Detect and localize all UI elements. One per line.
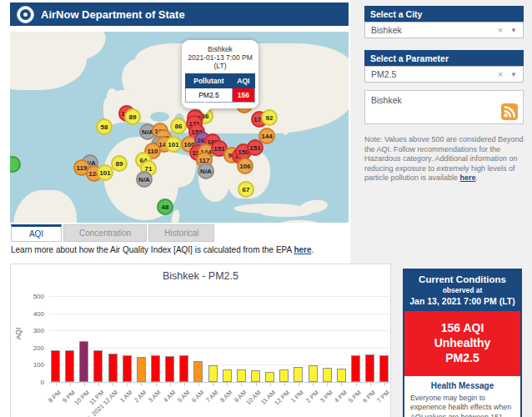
map-land — [13, 190, 77, 223]
tab-concentration[interactable]: Concentration — [63, 224, 147, 242]
city-select[interactable]: Bishkek × ▼ — [364, 22, 524, 38]
x-tick-mark — [70, 383, 71, 386]
chart-bar — [137, 357, 146, 382]
x-tick-label: 10 AM — [245, 389, 263, 406]
x-tick-mark — [299, 383, 299, 386]
x-tick-label: 6 AM — [190, 389, 205, 404]
aqi-marker[interactable]: 67 — [238, 181, 254, 198]
rss-feed-title: Bishkek — [371, 95, 402, 105]
map-land — [107, 88, 118, 104]
aqi-marker[interactable]: 86 — [170, 118, 187, 134]
rss-feed-box: Bishkek — [364, 90, 524, 124]
x-tick-mark — [198, 383, 199, 386]
tab-bar: AQIConcentrationHistorical — [11, 224, 214, 242]
x-tick-mark — [384, 383, 385, 386]
chevron-down-icon[interactable]: ▼ — [510, 27, 517, 34]
aqi-marker[interactable]: 48 — [157, 198, 173, 215]
conditions-pollutant: PM2.5 — [408, 350, 517, 365]
select-city-header: Select a City — [364, 6, 524, 22]
conditions-aqi-value: 156 AQI — [408, 320, 517, 335]
map-popup: Bishkek 2021-01-13 7:00 PM (LT) Pollutan… — [182, 40, 258, 108]
chart-title: Bishkek - PM2.5 — [11, 270, 390, 282]
x-tick-mark — [241, 383, 242, 386]
x-tick-mark — [98, 383, 99, 386]
y-tick-label: 0 — [23, 379, 44, 386]
chart-bar — [151, 355, 160, 382]
x-tick-label: 12 PM — [274, 389, 292, 407]
chevron-down-icon[interactable]: ▼ — [510, 71, 517, 78]
x-tick-label: 7 PM — [376, 389, 392, 404]
x-tick-label: 4 PM — [333, 389, 349, 404]
popup-city: Bishkek — [185, 45, 255, 53]
x-tick-label: 4 AM — [162, 389, 177, 404]
clear-icon[interactable]: × — [498, 69, 503, 79]
aqi-marker[interactable]: N/A — [198, 163, 214, 179]
map-sea — [150, 112, 169, 122]
popup-datetime: 2021-01-13 7:00 PM — [185, 53, 255, 62]
x-tick-mark — [127, 383, 128, 386]
x-tick-label: 8 AM — [218, 389, 233, 404]
note-here-link[interactable]: here — [460, 173, 476, 182]
y-tick-label: 400 — [23, 310, 44, 318]
x-tick-label: 5 PM — [347, 389, 363, 404]
epa-here-link[interactable]: here — [294, 245, 311, 254]
tab-historical[interactable]: Historical — [148, 224, 214, 242]
x-tick-mark — [170, 383, 171, 386]
aqi-marker[interactable] — [10, 156, 21, 173]
aqi-marker[interactable]: N/A — [136, 171, 153, 188]
x-tick-mark — [327, 383, 328, 386]
map-land — [270, 220, 331, 223]
chart-bar — [193, 361, 203, 382]
aqi-marker[interactable]: 106 — [237, 158, 253, 174]
chart-bar — [309, 365, 318, 382]
world-map[interactable]: 5817089N/A123149N/A141101110647189N/A119… — [10, 32, 349, 223]
aqi-marker[interactable]: 92 — [261, 109, 278, 126]
chart-bar — [265, 372, 274, 382]
popup-col-pollutant: Pollutant — [186, 74, 233, 88]
parameter-select-value: PM2.5 — [371, 69, 498, 79]
aqi-marker[interactable]: 89 — [111, 155, 128, 172]
learn-more-text: Learn more about how the Air Quality Ind… — [11, 245, 314, 254]
map-land — [53, 32, 109, 64]
grid-line — [49, 314, 389, 314]
aqi-chart-panel: Bishkek - PM2.5 AQI 50040030020010008 PM… — [10, 264, 391, 417]
health-message-block: Health Message Everyone may begin to exp… — [404, 376, 520, 417]
current-conditions-panel: Current Conditions observed at Jan 13, 2… — [403, 269, 522, 417]
city-select-value: Bishkek — [371, 25, 498, 35]
chart-bar — [237, 369, 246, 382]
aqi-marker[interactable]: 101 — [165, 136, 182, 153]
app-header: AirNow Department of State — [10, 3, 349, 26]
tab-aqi[interactable]: AQI — [11, 224, 62, 242]
grid-line — [49, 330, 389, 331]
x-tick-mark — [227, 383, 228, 386]
x-tick-label: 3 PM — [319, 389, 334, 404]
chart-bar — [123, 355, 132, 382]
chart-y-axis-label: AQI — [14, 328, 23, 340]
aqi-marker[interactable]: 144 — [258, 128, 275, 144]
page-title: AirNow Department of State — [41, 8, 185, 21]
chart-bar — [179, 355, 188, 382]
x-tick-label: 8 PM — [47, 389, 63, 404]
x-tick-label: 6 PM — [361, 389, 377, 404]
map-land — [299, 198, 329, 214]
x-tick-label: 2 AM — [133, 389, 148, 404]
popup-timezone: (LT) — [185, 62, 255, 70]
popup-table: Pollutant AQI PM2.5 156 — [185, 73, 255, 103]
chart-bar — [294, 367, 303, 382]
clear-icon[interactable]: × — [498, 25, 503, 35]
aqi-marker[interactable]: 58 — [96, 118, 113, 135]
chart-bar — [51, 350, 60, 382]
parameter-select[interactable]: PM2.5 × ▼ — [364, 66, 524, 83]
x-tick-label: 1 PM — [290, 389, 306, 404]
chart-bar — [279, 369, 289, 382]
aqi-marker[interactable]: 89 — [124, 108, 141, 125]
health-message-title: Health Message — [410, 381, 514, 390]
chart-bar — [351, 355, 360, 382]
x-tick-mark — [113, 383, 113, 386]
aqi-marker[interactable]: 101 — [97, 164, 113, 181]
chart-bar — [108, 354, 118, 382]
y-tick-label: 200 — [23, 344, 44, 352]
x-tick-mark — [213, 383, 213, 386]
rss-icon[interactable] — [501, 103, 518, 120]
x-tick-mark — [256, 383, 257, 386]
